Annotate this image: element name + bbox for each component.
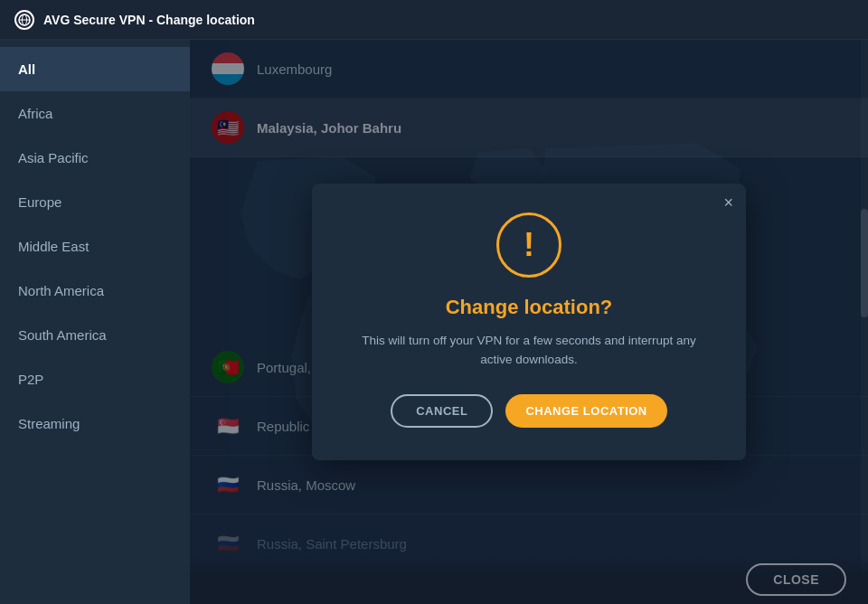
sidebar-item-europe[interactable]: Europe: [0, 180, 190, 224]
cancel-button[interactable]: CANCEL: [391, 394, 493, 428]
app-icon: [14, 10, 34, 30]
content-area: Luxembourg 🇲🇾 Malaysia, Johor Bahru 🇵🇹 P…: [190, 40, 868, 604]
modal-title: Change location?: [348, 296, 710, 319]
modal-close-button[interactable]: ×: [723, 194, 733, 211]
modal-buttons: CANCEL CHANGE LOCATION: [348, 394, 710, 428]
app-title: AVG Secure VPN - Change location: [43, 13, 255, 27]
sidebar-item-middle-east[interactable]: Middle East: [0, 224, 190, 269]
sidebar-item-streaming[interactable]: Streaming: [0, 401, 190, 446]
title-bar: AVG Secure VPN - Change location: [0, 0, 868, 40]
change-location-modal: × ! Change location? This will turn off …: [312, 184, 746, 460]
change-location-button[interactable]: CHANGE LOCATION: [505, 394, 666, 428]
modal-description: This will turn off your VPN for a few se…: [348, 332, 710, 369]
sidebar-item-asia-pacific[interactable]: Asia Pacific: [0, 136, 190, 180]
sidebar-item-p2p[interactable]: P2P: [0, 357, 190, 401]
sidebar: All Africa Asia Pacific Europe Middle Ea…: [0, 40, 190, 604]
sidebar-item-all[interactable]: All: [0, 47, 190, 91]
sidebar-item-africa[interactable]: Africa: [0, 91, 190, 136]
sidebar-item-south-america[interactable]: South America: [0, 313, 190, 357]
sidebar-item-north-america[interactable]: North America: [0, 269, 190, 313]
modal-overlay: × ! Change location? This will turn off …: [190, 40, 868, 604]
main-container: All Africa Asia Pacific Europe Middle Ea…: [0, 40, 868, 604]
warning-icon: !: [496, 212, 561, 278]
